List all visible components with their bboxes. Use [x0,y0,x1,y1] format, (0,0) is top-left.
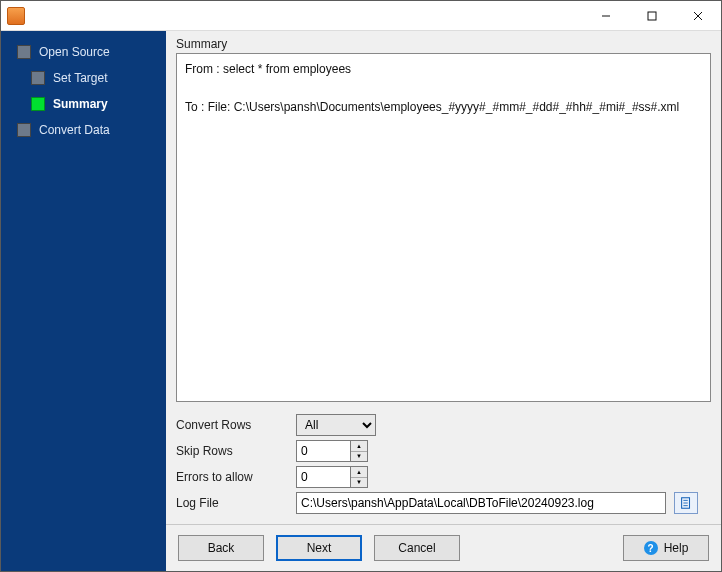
wizard-sidebar: Open Source Set Target Summary Convert D… [1,31,166,571]
convert-rows-label: Convert Rows [176,418,296,432]
maximize-button[interactable] [629,1,675,31]
summary-from-line: From : select * from employees [185,60,702,78]
wizard-footer: Back Next Cancel ? Help [166,524,721,571]
log-file-browse-button[interactable] [674,492,698,514]
options-form: Convert Rows All Skip Rows ▲ ▼ [166,410,721,524]
minimize-icon [601,11,611,21]
log-file-label: Log File [176,496,296,510]
step-indicator-icon [31,71,45,85]
sidebar-item-label: Set Target [53,71,107,85]
sidebar-item-open-source[interactable]: Open Source [1,39,166,65]
back-button[interactable]: Back [178,535,264,561]
next-button[interactable]: Next [276,535,362,561]
convert-rows-select[interactable]: All [296,414,376,436]
minimize-button[interactable] [583,1,629,31]
help-button[interactable]: ? Help [623,535,709,561]
step-indicator-icon [31,97,45,111]
summary-heading: Summary [166,31,721,53]
app-window: Open Source Set Target Summary Convert D… [0,0,722,572]
errors-allow-label: Errors to allow [176,470,296,484]
spinner-up-icon[interactable]: ▲ [351,441,367,452]
sidebar-item-label: Summary [53,97,108,111]
next-button-label: Next [307,541,332,555]
titlebar [1,1,721,31]
svg-rect-1 [648,12,656,20]
log-file-input[interactable] [296,492,666,514]
sidebar-item-set-target[interactable]: Set Target [1,65,166,91]
sidebar-item-label: Open Source [39,45,110,59]
step-indicator-icon [17,123,31,137]
spinner-down-icon[interactable]: ▼ [351,478,367,488]
cancel-button-label: Cancel [398,541,435,555]
errors-allow-input[interactable] [296,466,350,488]
skip-rows-label: Skip Rows [176,444,296,458]
close-icon [693,11,703,21]
sidebar-item-summary[interactable]: Summary [1,91,166,117]
close-button[interactable] [675,1,721,31]
skip-rows-input[interactable] [296,440,350,462]
spinner-up-icon[interactable]: ▲ [351,467,367,478]
skip-rows-spinner[interactable]: ▲ ▼ [350,440,368,462]
back-button-label: Back [208,541,235,555]
sidebar-item-convert-data[interactable]: Convert Data [1,117,166,143]
sidebar-item-label: Convert Data [39,123,110,137]
summary-textarea[interactable]: From : select * from employees To : File… [176,53,711,402]
cancel-button[interactable]: Cancel [374,535,460,561]
spinner-down-icon[interactable]: ▼ [351,452,367,462]
step-indicator-icon [17,45,31,59]
maximize-icon [647,11,657,21]
help-icon: ? [644,541,658,555]
document-icon [679,496,693,510]
app-icon [7,7,25,25]
main-panel: Summary From : select * from employees T… [166,31,721,571]
summary-to-line: To : File: C:\Users\pansh\Documents\empl… [185,98,702,116]
help-button-label: Help [664,541,689,555]
errors-allow-spinner[interactable]: ▲ ▼ [350,466,368,488]
